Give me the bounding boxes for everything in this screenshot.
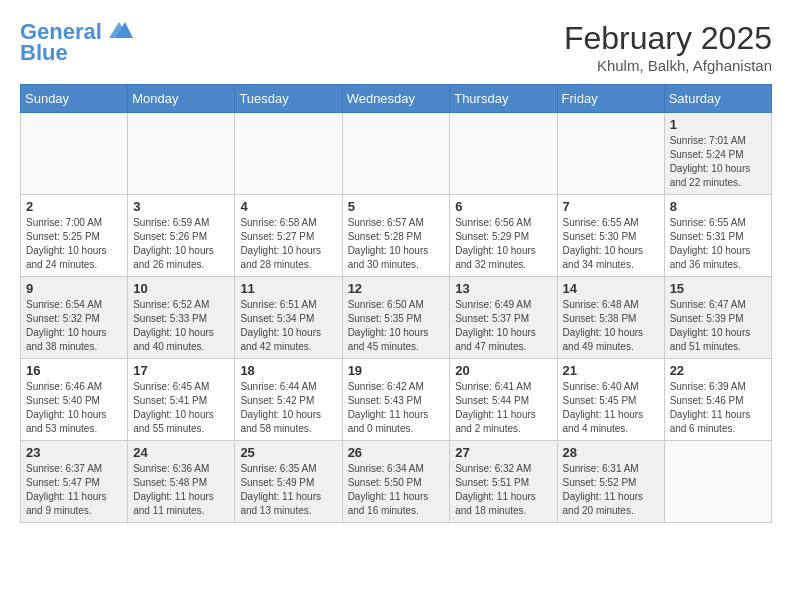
calendar-cell: 19Sunrise: 6:42 AM Sunset: 5:43 PM Dayli… [342, 359, 450, 441]
day-number: 2 [26, 199, 122, 214]
calendar-week-row: 2Sunrise: 7:00 AM Sunset: 5:25 PM Daylig… [21, 195, 772, 277]
day-info: Sunrise: 6:34 AM Sunset: 5:50 PM Dayligh… [348, 462, 445, 518]
day-info: Sunrise: 6:55 AM Sunset: 5:31 PM Dayligh… [670, 216, 766, 272]
calendar-cell: 14Sunrise: 6:48 AM Sunset: 5:38 PM Dayli… [557, 277, 664, 359]
day-number: 1 [670, 117, 766, 132]
location-subtitle: Khulm, Balkh, Afghanistan [564, 57, 772, 74]
day-number: 5 [348, 199, 445, 214]
day-number: 20 [455, 363, 551, 378]
day-info: Sunrise: 6:52 AM Sunset: 5:33 PM Dayligh… [133, 298, 229, 354]
calendar-cell [450, 113, 557, 195]
day-number: 13 [455, 281, 551, 296]
day-info: Sunrise: 6:39 AM Sunset: 5:46 PM Dayligh… [670, 380, 766, 436]
day-info: Sunrise: 6:50 AM Sunset: 5:35 PM Dayligh… [348, 298, 445, 354]
calendar-cell: 21Sunrise: 6:40 AM Sunset: 5:45 PM Dayli… [557, 359, 664, 441]
calendar-cell [128, 113, 235, 195]
calendar-cell: 3Sunrise: 6:59 AM Sunset: 5:26 PM Daylig… [128, 195, 235, 277]
weekday-header-saturday: Saturday [664, 85, 771, 113]
calendar-cell: 28Sunrise: 6:31 AM Sunset: 5:52 PM Dayli… [557, 441, 664, 523]
calendar-cell: 7Sunrise: 6:55 AM Sunset: 5:30 PM Daylig… [557, 195, 664, 277]
day-info: Sunrise: 6:58 AM Sunset: 5:27 PM Dayligh… [240, 216, 336, 272]
calendar-cell: 10Sunrise: 6:52 AM Sunset: 5:33 PM Dayli… [128, 277, 235, 359]
day-info: Sunrise: 6:42 AM Sunset: 5:43 PM Dayligh… [348, 380, 445, 436]
calendar-cell: 18Sunrise: 6:44 AM Sunset: 5:42 PM Dayli… [235, 359, 342, 441]
day-number: 3 [133, 199, 229, 214]
calendar-week-row: 16Sunrise: 6:46 AM Sunset: 5:40 PM Dayli… [21, 359, 772, 441]
day-number: 24 [133, 445, 229, 460]
calendar-cell [342, 113, 450, 195]
day-info: Sunrise: 6:32 AM Sunset: 5:51 PM Dayligh… [455, 462, 551, 518]
day-info: Sunrise: 6:46 AM Sunset: 5:40 PM Dayligh… [26, 380, 122, 436]
calendar-cell: 12Sunrise: 6:50 AM Sunset: 5:35 PM Dayli… [342, 277, 450, 359]
day-info: Sunrise: 6:36 AM Sunset: 5:48 PM Dayligh… [133, 462, 229, 518]
calendar-cell: 26Sunrise: 6:34 AM Sunset: 5:50 PM Dayli… [342, 441, 450, 523]
day-info: Sunrise: 6:45 AM Sunset: 5:41 PM Dayligh… [133, 380, 229, 436]
calendar-week-row: 1Sunrise: 7:01 AM Sunset: 5:24 PM Daylig… [21, 113, 772, 195]
calendar-cell: 8Sunrise: 6:55 AM Sunset: 5:31 PM Daylig… [664, 195, 771, 277]
day-number: 19 [348, 363, 445, 378]
day-number: 8 [670, 199, 766, 214]
logo: General Blue [20, 20, 133, 66]
day-number: 17 [133, 363, 229, 378]
calendar-cell [21, 113, 128, 195]
month-year-title: February 2025 [564, 20, 772, 57]
day-number: 9 [26, 281, 122, 296]
calendar-cell: 23Sunrise: 6:37 AM Sunset: 5:47 PM Dayli… [21, 441, 128, 523]
calendar-week-row: 23Sunrise: 6:37 AM Sunset: 5:47 PM Dayli… [21, 441, 772, 523]
day-number: 22 [670, 363, 766, 378]
weekday-header-tuesday: Tuesday [235, 85, 342, 113]
calendar-cell [664, 441, 771, 523]
day-number: 11 [240, 281, 336, 296]
calendar-table: SundayMondayTuesdayWednesdayThursdayFrid… [20, 84, 772, 523]
day-info: Sunrise: 6:41 AM Sunset: 5:44 PM Dayligh… [455, 380, 551, 436]
calendar-cell: 5Sunrise: 6:57 AM Sunset: 5:28 PM Daylig… [342, 195, 450, 277]
weekday-header-friday: Friday [557, 85, 664, 113]
day-number: 21 [563, 363, 659, 378]
day-number: 28 [563, 445, 659, 460]
weekday-header-wednesday: Wednesday [342, 85, 450, 113]
day-info: Sunrise: 6:51 AM Sunset: 5:34 PM Dayligh… [240, 298, 336, 354]
day-number: 14 [563, 281, 659, 296]
day-number: 6 [455, 199, 551, 214]
weekday-header-sunday: Sunday [21, 85, 128, 113]
day-info: Sunrise: 6:56 AM Sunset: 5:29 PM Dayligh… [455, 216, 551, 272]
day-info: Sunrise: 6:48 AM Sunset: 5:38 PM Dayligh… [563, 298, 659, 354]
calendar-cell: 24Sunrise: 6:36 AM Sunset: 5:48 PM Dayli… [128, 441, 235, 523]
day-info: Sunrise: 7:00 AM Sunset: 5:25 PM Dayligh… [26, 216, 122, 272]
day-info: Sunrise: 6:54 AM Sunset: 5:32 PM Dayligh… [26, 298, 122, 354]
calendar-cell [235, 113, 342, 195]
day-info: Sunrise: 6:47 AM Sunset: 5:39 PM Dayligh… [670, 298, 766, 354]
day-number: 18 [240, 363, 336, 378]
day-number: 26 [348, 445, 445, 460]
day-number: 16 [26, 363, 122, 378]
calendar-week-row: 9Sunrise: 6:54 AM Sunset: 5:32 PM Daylig… [21, 277, 772, 359]
calendar-cell: 22Sunrise: 6:39 AM Sunset: 5:46 PM Dayli… [664, 359, 771, 441]
calendar-cell: 27Sunrise: 6:32 AM Sunset: 5:51 PM Dayli… [450, 441, 557, 523]
day-info: Sunrise: 6:37 AM Sunset: 5:47 PM Dayligh… [26, 462, 122, 518]
title-block: February 2025 Khulm, Balkh, Afghanistan [564, 20, 772, 74]
day-info: Sunrise: 6:57 AM Sunset: 5:28 PM Dayligh… [348, 216, 445, 272]
weekday-header-monday: Monday [128, 85, 235, 113]
day-number: 7 [563, 199, 659, 214]
calendar-cell: 2Sunrise: 7:00 AM Sunset: 5:25 PM Daylig… [21, 195, 128, 277]
weekday-header-thursday: Thursday [450, 85, 557, 113]
calendar-cell: 13Sunrise: 6:49 AM Sunset: 5:37 PM Dayli… [450, 277, 557, 359]
day-number: 27 [455, 445, 551, 460]
logo-icon [105, 20, 133, 42]
day-info: Sunrise: 6:40 AM Sunset: 5:45 PM Dayligh… [563, 380, 659, 436]
calendar-cell: 15Sunrise: 6:47 AM Sunset: 5:39 PM Dayli… [664, 277, 771, 359]
day-number: 10 [133, 281, 229, 296]
calendar-cell: 1Sunrise: 7:01 AM Sunset: 5:24 PM Daylig… [664, 113, 771, 195]
calendar-cell: 25Sunrise: 6:35 AM Sunset: 5:49 PM Dayli… [235, 441, 342, 523]
day-info: Sunrise: 6:35 AM Sunset: 5:49 PM Dayligh… [240, 462, 336, 518]
day-info: Sunrise: 6:49 AM Sunset: 5:37 PM Dayligh… [455, 298, 551, 354]
day-number: 4 [240, 199, 336, 214]
day-info: Sunrise: 7:01 AM Sunset: 5:24 PM Dayligh… [670, 134, 766, 190]
day-number: 15 [670, 281, 766, 296]
day-number: 23 [26, 445, 122, 460]
calendar-cell: 16Sunrise: 6:46 AM Sunset: 5:40 PM Dayli… [21, 359, 128, 441]
calendar-cell: 20Sunrise: 6:41 AM Sunset: 5:44 PM Dayli… [450, 359, 557, 441]
page-header: General Blue February 2025 Khulm, Balkh,… [20, 20, 772, 74]
calendar-cell: 4Sunrise: 6:58 AM Sunset: 5:27 PM Daylig… [235, 195, 342, 277]
calendar-cell: 6Sunrise: 6:56 AM Sunset: 5:29 PM Daylig… [450, 195, 557, 277]
